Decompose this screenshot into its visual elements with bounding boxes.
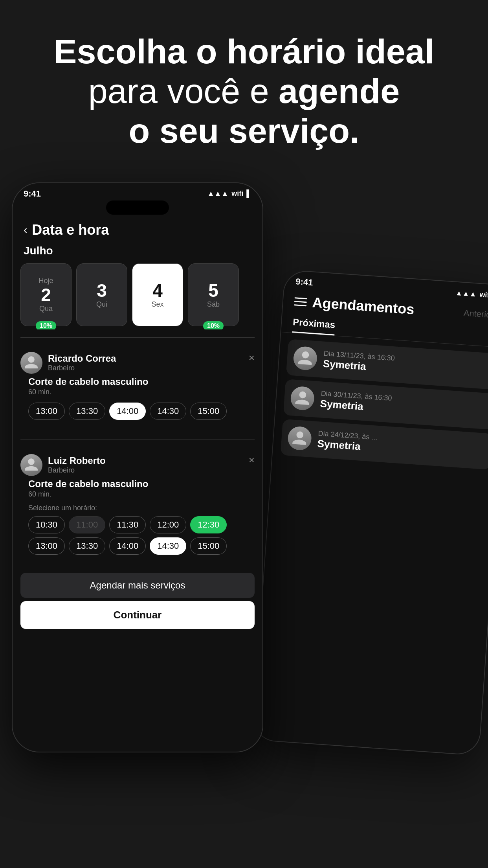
hero-bold-1: Escolha o [54,32,227,71]
weekday-label-4: Sex [151,300,163,309]
slot-1330[interactable]: 13:30 [69,403,105,420]
barber-card-1: Ricardo Correa Barbeiro × Corte de cabel… [13,346,262,432]
status-bar-main: 9:41 ▲▲▲ wifi ▌ [13,183,262,200]
barber-role-2: Barbeiro [48,466,255,474]
wifi-icon-2: wifi [479,290,488,299]
weekday-label-3: Qui [96,300,107,309]
close-button-2[interactable]: × [249,454,255,466]
slot2-1230[interactable]: 12:30 [190,516,227,533]
wifi-icon: wifi [231,189,243,198]
barber-avatar-2 [20,454,42,476]
slot2-1200[interactable]: 12:00 [150,516,186,533]
date-card-4[interactable]: 4 Sex [132,263,183,326]
tab-proximas[interactable]: Próximas [292,313,336,335]
slot-1400[interactable]: 14:00 [109,403,146,420]
day-number-4: 4 [152,281,163,300]
month-label: Julho [13,241,262,260]
phone-main-header: ‹ Data e hora [13,217,262,241]
appt-info-3: Dia 24/12/23, às ... Symetria [317,429,486,462]
divider-2 [20,440,255,440]
barber-card-2: Luiz Roberto Barbeiro × Corte de cabelo … [13,448,262,566]
weekday-label-5: Sáb [207,300,220,309]
hamburger-line [294,297,307,299]
barber-name-1: Ricardo Correa [48,353,255,364]
barber-avatar-1 [20,352,42,374]
today-label: Hoje [39,277,53,285]
back-button[interactable]: ‹ [24,224,27,236]
appt-info-2: Dia 30/11/23, às 16:30 Symetria [320,389,488,421]
day-number-5: 5 [208,281,218,300]
date-row: Hoje 2 Qua 10% 3 Qui 4 Sex 5 [13,260,262,329]
appt-avatar-3 [287,425,312,451]
page-title: Data e hora [32,222,109,238]
slot2-1500[interactable]: 15:00 [190,537,227,555]
discount-badge-2: 10% [36,321,56,329]
hero-horario: horário [227,32,346,71]
phone-second-screen: 9:41 ▲▲▲ wifi ▌ Agendamentos Anterio... [253,270,488,755]
close-button-1[interactable]: × [249,352,255,364]
hero-section: Escolha o horário ideal para você e agen… [0,0,488,167]
slot2-1130[interactable]: 11:30 [109,516,146,533]
phone-main-screen: 9:41 ▲▲▲ wifi ▌ ‹ Data e hora Julho Hoje [13,183,262,752]
hamburger-line [294,304,306,306]
time-slots-2: 10:30 11:00 11:30 12:00 12:30 13:00 13:3… [20,514,255,560]
select-time-label: Selecione um horário: [20,502,255,514]
hamburger-menu[interactable] [294,297,307,306]
divider-1 [20,337,255,338]
service-name-1: Corte de cabelo masculino [20,376,255,387]
continue-button[interactable]: Continuar [20,601,255,629]
phones-container: 9:41 ▲▲▲ wifi ▌ ‹ Data e hora Julho Hoje [0,175,488,835]
slot2-1330[interactable]: 13:30 [69,537,105,555]
barber-details-2: Luiz Roberto Barbeiro [48,455,255,474]
day-number: 2 [41,286,51,304]
weekday-label: Qua [39,305,53,313]
discount-badge-5: 10% [203,321,224,329]
status-icons: ▲▲▲ wifi ▌ [207,189,251,198]
slot2-1430[interactable]: 14:30 [150,537,186,555]
time-slots-1: 13:00 13:30 14:00 14:30 15:00 [20,400,255,425]
date-card-3[interactable]: 3 Qui [76,263,127,326]
barber-name-2: Luiz Roberto [48,455,255,466]
slot2-1030[interactable]: 10:30 [28,516,65,533]
status-icons-2: ▲▲▲ wifi ▌ [455,289,488,300]
anterior-label[interactable]: Anterio... [463,308,488,320]
slot-1300[interactable]: 13:00 [28,403,65,420]
day-number-3: 3 [97,281,107,300]
status-time: 9:41 [24,189,41,199]
appt-avatar-1 [293,346,318,371]
phone-second: 9:41 ▲▲▲ wifi ▌ Agendamentos Anterio... [252,269,488,756]
battery-icon: ▌ [246,189,251,198]
hamburger-line [294,300,307,302]
slot2-1300[interactable]: 13:00 [28,537,65,555]
status-time-2: 9:41 [295,276,314,288]
slot-1430[interactable]: 14:30 [150,403,186,420]
phone-main: 9:41 ▲▲▲ wifi ▌ ‹ Data e hora Julho Hoje [12,182,263,752]
date-card-2[interactable]: Hoje 2 Qua 10% [20,263,72,326]
service-duration-1: 60 min. [20,387,255,400]
slot2-1100: 11:00 [69,516,105,533]
barber-role-1: Barbeiro [48,364,255,372]
add-services-button[interactable]: Agendar mais serviços [20,573,255,598]
service-name-2: Corte de cabelo masculino [20,478,255,489]
slot-1500[interactable]: 15:00 [190,403,227,420]
date-card-5[interactable]: 5 Sáb 10% [188,263,239,326]
hero-line2: para você e [88,72,279,110]
barber-info-2: Luiz Roberto Barbeiro × [20,454,255,476]
hero-agende: agende [279,72,400,110]
signal-icon-2: ▲▲▲ [455,289,477,298]
dynamic-island [106,200,169,215]
slot2-1400[interactable]: 14:00 [109,537,146,555]
signal-icon: ▲▲▲ [207,189,228,198]
barber-details-1: Ricardo Correa Barbeiro [48,353,255,372]
barber-info-1: Ricardo Correa Barbeiro × [20,352,255,374]
appt-avatar-2 [290,386,315,411]
appt-info-1: Dia 13/11/23, às 16:30 Symetria [323,349,488,381]
service-duration-2: 60 min. [20,489,255,502]
hero-line3: o seu serviço. [129,111,360,150]
